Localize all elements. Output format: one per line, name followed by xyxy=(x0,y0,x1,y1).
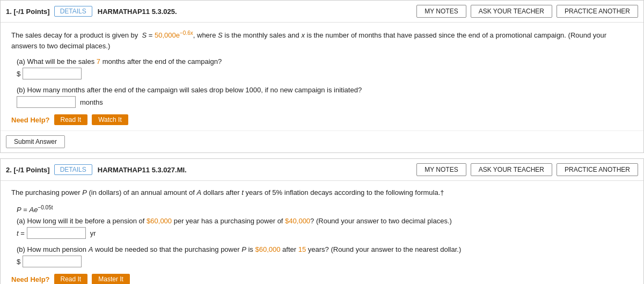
problem-1-part-a-dollar: $ xyxy=(17,70,20,78)
problem-2-my-notes-button[interactable]: MY NOTES xyxy=(416,163,466,176)
problem-2-part-a-label: (a) How long will it be before a pension… xyxy=(17,217,633,225)
problem-2-part-b: (b) How much pension A would be needed s… xyxy=(17,245,633,267)
problem-2-formula: P = Ae−0.05t xyxy=(17,205,633,214)
problem-2-part-b-label: (b) How much pension A would be needed s… xyxy=(17,245,633,253)
problem-2-60k-2: $60,000 xyxy=(255,245,280,253)
problem-1-header-buttons: MY NOTES ASK YOUR TEACHER PRACTICE ANOTH… xyxy=(416,5,638,18)
problem-1-ask-teacher-button[interactable]: ASK YOUR TEACHER xyxy=(471,5,552,18)
problem-2-need-help-label: Need Help? xyxy=(11,275,50,283)
problem-2-part-b-dollar: $ xyxy=(17,258,20,266)
problem-1-need-help-row: Need Help? Read It Watch It xyxy=(11,114,633,125)
problem-1-part-b-input[interactable] xyxy=(17,96,76,108)
problem-1-submit-button[interactable]: Submit Answer xyxy=(6,135,65,148)
problem-1-section: 1. [-/1 Points] DETAILS HARMATHAP11 5.3.… xyxy=(0,0,644,153)
problem-2-number: 2. [-/1 Points] xyxy=(6,166,50,174)
problem-1-text: The sales decay for a product is given b… xyxy=(11,29,633,51)
problem-2-text: The purchasing power P (in dollars) of a… xyxy=(11,187,633,198)
problem-1-part-b-unit: months xyxy=(80,98,103,106)
problem-1-watch-it-button[interactable]: Watch It xyxy=(92,114,128,125)
problem-1-read-it-button[interactable]: Read It xyxy=(54,114,88,125)
problem-1-header: 1. [-/1 Points] DETAILS HARMATHAP11 5.3.… xyxy=(1,1,643,23)
problem-2-part-a-unit: yr xyxy=(90,229,96,237)
problem-1-details-button[interactable]: DETAILS xyxy=(54,6,92,17)
problem-2-read-it-button[interactable]: Read It xyxy=(54,274,88,284)
problem-1-part-a: (a) What will be the sales 7 months afte… xyxy=(17,57,633,79)
problem-2-id: HARMATHAP11 5.3.027.MI. xyxy=(98,166,416,174)
problem-1-body: The sales decay for a product is given b… xyxy=(1,23,643,130)
problem-2-part-b-input[interactable] xyxy=(23,256,82,267)
problem-2-body: The purchasing power P (in dollars) of a… xyxy=(1,181,643,284)
problem-1-number: 1. [-/1 Points] xyxy=(6,8,50,16)
problem-2-60k-1: $60,000 xyxy=(147,217,172,225)
problem-1-part-a-label: (a) What will be the sales 7 months afte… xyxy=(17,57,633,65)
problem-2-ask-teacher-button[interactable]: ASK YOUR TEACHER xyxy=(471,163,552,176)
problem-1-exponent: −0.6x xyxy=(180,30,193,36)
problem-1-part-b-label: (b) How many months after the end of the… xyxy=(17,86,633,94)
problem-2-40k: $40,000 xyxy=(285,217,310,225)
problem-2-part-a-input-row: t = yr xyxy=(17,227,633,239)
problem-2-practice-button[interactable]: PRACTICE ANOTHER xyxy=(557,163,638,176)
problem-1-part-b: (b) How many months after the end of the… xyxy=(17,86,633,108)
problem-2-part-a-prefix: t = xyxy=(17,229,25,237)
problem-2-15: 15 xyxy=(298,245,306,253)
problem-1-7: 7 xyxy=(97,57,100,65)
problem-2-master-it-button[interactable]: Master It xyxy=(92,274,130,284)
problem-2-formula-exponent: −0.05t xyxy=(38,205,53,210)
page-container: 1. [-/1 Points] DETAILS HARMATHAP11 5.3.… xyxy=(0,0,644,284)
problem-1-part-a-input[interactable] xyxy=(23,68,82,79)
problem-1-part-a-input-row: $ xyxy=(17,68,633,79)
problem-1-need-help-label: Need Help? xyxy=(11,116,50,124)
problem-1-submit-row: Submit Answer xyxy=(1,130,643,152)
problem-1-practice-button[interactable]: PRACTICE ANOTHER xyxy=(557,5,638,18)
problem-2-part-b-input-row: $ xyxy=(17,256,633,267)
problem-2-details-button[interactable]: DETAILS xyxy=(54,164,92,175)
problem-1-my-notes-button[interactable]: MY NOTES xyxy=(416,5,466,18)
problem-2-header: 2. [-/1 Points] DETAILS HARMATHAP11 5.3.… xyxy=(1,159,643,181)
problem-1-highlight-value: 50,000e−0.6x xyxy=(155,31,193,39)
problem-2-section: 2. [-/1 Points] DETAILS HARMATHAP11 5.3.… xyxy=(0,158,644,284)
problem-2-header-buttons: MY NOTES ASK YOUR TEACHER PRACTICE ANOTH… xyxy=(416,163,638,176)
problem-2-part-a-input[interactable] xyxy=(27,227,86,239)
problem-2-part-a: (a) How long will it be before a pension… xyxy=(17,217,633,239)
problem-1-id: HARMATHAP11 5.3.025. xyxy=(98,8,416,16)
problem-2-need-help-row: Need Help? Read It Master It xyxy=(11,274,633,284)
problem-1-part-b-input-row: months xyxy=(17,96,633,108)
